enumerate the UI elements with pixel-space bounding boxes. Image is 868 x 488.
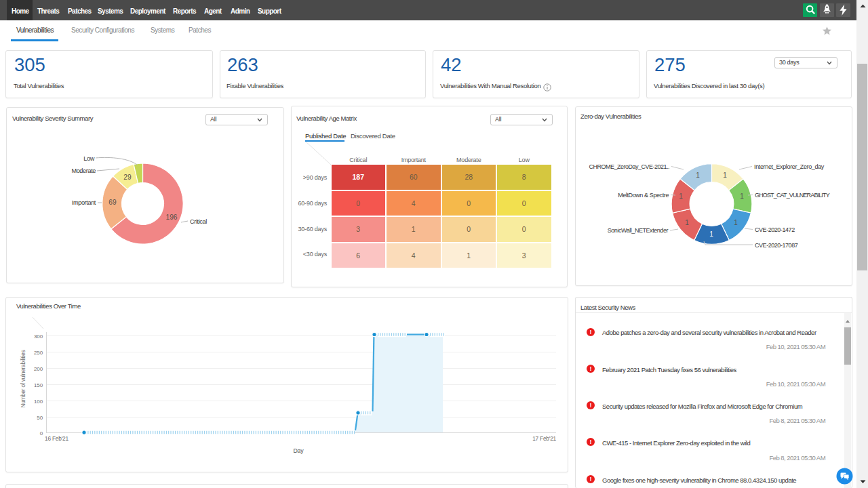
svg-text:29: 29 — [123, 174, 132, 181]
svg-text:CVE-2020-1472: CVE-2020-1472 — [755, 226, 795, 233]
svg-text:MeltDown & Spectre: MeltDown & Spectre — [618, 192, 669, 199]
svg-text:1: 1 — [709, 230, 713, 238]
svg-text:SonicWall_NETExtender: SonicWall_NETExtender — [608, 227, 669, 234]
svg-text:250: 250 — [34, 350, 43, 356]
svg-text:300: 300 — [34, 333, 43, 340]
svg-text:Low: Low — [83, 155, 94, 162]
svg-text:1: 1 — [734, 219, 738, 226]
svg-text:150: 150 — [34, 382, 43, 388]
svg-text:100: 100 — [34, 399, 43, 405]
svg-text:0: 0 — [40, 430, 43, 436]
svg-text:Important: Important — [72, 199, 96, 206]
svg-text:1: 1 — [685, 219, 689, 226]
svg-text:69: 69 — [108, 199, 117, 206]
svg-text:1: 1 — [696, 171, 700, 179]
svg-text:200: 200 — [34, 366, 43, 372]
svg-text:16 Feb'21: 16 Feb'21 — [45, 435, 68, 442]
svg-text:1: 1 — [679, 192, 683, 200]
svg-text:1: 1 — [740, 192, 744, 200]
svg-text:CVE-2020-17087: CVE-2020-17087 — [755, 242, 798, 249]
svg-text:50: 50 — [37, 415, 43, 421]
svg-text:CHROME_ZeroDay_CVE-2021..: CHROME_ZeroDay_CVE-2021.. — [589, 163, 669, 170]
svg-text:Day: Day — [293, 447, 304, 454]
svg-text:196: 196 — [166, 214, 178, 221]
svg-text:Moderate: Moderate — [71, 167, 96, 174]
svg-text:Number of vulnerabilities: Number of vulnerabilities — [20, 350, 26, 407]
svg-text:GHOST_CAT_VULNERABILITY: GHOST_CAT_VULNERABILITY — [755, 192, 830, 199]
svg-text:17 Feb'21: 17 Feb'21 — [532, 435, 556, 442]
svg-text:1: 1 — [723, 171, 727, 179]
svg-text:Internet_Explorer_Zero_day: Internet_Explorer_Zero_day — [754, 163, 825, 170]
svg-text:Critical: Critical — [190, 218, 207, 225]
